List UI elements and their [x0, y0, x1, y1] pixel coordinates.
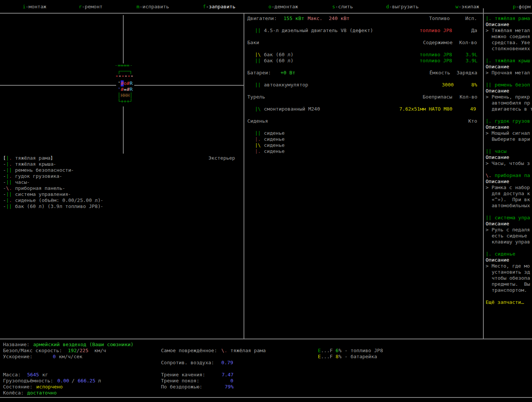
- vehicle-row-windshield: ": [130, 74, 133, 80]
- desc-title-controls: ||: [486, 215, 492, 221]
- menu-item-install[interactable]: -монтаж: [26, 4, 46, 10]
- part-row-seat-1[interactable]: ||: [255, 130, 261, 136]
- cursor-part-seat: .: [9, 197, 12, 203]
- part-row-battery[interactable]: ||: [255, 82, 261, 88]
- fuel-gauge-battery: 8: [336, 354, 339, 360]
- menu-item-shape[interactable]: -форм: [516, 4, 530, 10]
- menu-item-mend[interactable]: -исправить: [140, 4, 169, 10]
- menu-item-install[interactable]: i: [23, 4, 26, 10]
- air-drag-stat: Сопротив. воздуха:: [161, 360, 214, 366]
- part-row-battery[interactable]: автоаккумулятор: [264, 82, 308, 88]
- part-row-seat-4[interactable]: сиденье: [264, 148, 285, 154]
- fuel-gauge-battery: E: [318, 354, 321, 360]
- part-row-turret[interactable]: 7.62x51мм НАТО M80: [399, 106, 452, 112]
- cursor-part-heavy-roof: -: [3, 161, 6, 167]
- cursor-part-dashboard: -: [3, 185, 6, 191]
- desc-label: Описание: [486, 88, 509, 94]
- part-row-tank-2[interactable]: бак (60 л): [264, 58, 293, 64]
- desc-label: Описание: [486, 124, 509, 130]
- desc-title-seatbelt: ||: [486, 82, 492, 88]
- menu-item-crew[interactable]: -экипаж: [458, 4, 479, 10]
- cursor-part-seatbelt: ||: [6, 167, 12, 173]
- part-row-battery[interactable]: 3000: [442, 82, 454, 88]
- menu-item-unload[interactable]: d: [386, 4, 389, 10]
- part-row-engine[interactable]: ||: [255, 28, 261, 34]
- menu-item-repair[interactable]: r: [79, 4, 82, 10]
- part-row-battery[interactable]: 8%: [471, 82, 477, 88]
- rolling-friction-stat: Трение качения:: [161, 372, 205, 378]
- vehicle-row-windshield: ": [124, 74, 127, 80]
- part-row-tank-1[interactable]: бак (60 л): [264, 52, 293, 58]
- condition-stat: испорчено: [36, 384, 63, 390]
- offroad-stat: По бездорожью:: [161, 384, 202, 390]
- desc-text: столкновениях: [492, 46, 530, 52]
- cargo-volume-stat: 0.00: [57, 378, 69, 384]
- menu-underline: [0, 13, 532, 14]
- part-row-turret[interactable]: |\: [255, 106, 261, 112]
- speed-stat: /: [77, 348, 80, 354]
- fuel-gauge-jp8: %: [339, 348, 342, 354]
- part-row-tank-1[interactable]: 3.9L: [466, 52, 477, 58]
- menu-item-mend[interactable]: m: [136, 4, 140, 10]
- part-row-tank-2[interactable]: ||: [255, 58, 261, 64]
- part-row-tank-1[interactable]: топливо JP8: [420, 52, 452, 58]
- speed-stat: Безоп/Макс скорость:: [3, 348, 62, 354]
- cursor-part-controls: ||: [6, 191, 12, 197]
- part-row-turret[interactable]: 49: [470, 106, 476, 112]
- acceleration-stat: 0: [53, 354, 56, 360]
- menu-item-siphon[interactable]: -слить: [335, 4, 353, 10]
- part-row-seat-3[interactable]: сиденье: [264, 142, 285, 148]
- part-row-seat-4[interactable]: |.: [255, 148, 261, 154]
- part-row-engine[interactable]: 4.5-л дизельный двигатель V8 (дефект): [264, 28, 373, 34]
- part-row-engine[interactable]: топливо JP8: [420, 28, 452, 34]
- vehicle-row-frame-bottom: └: [118, 99, 121, 105]
- vehicle-row-mid: #: [121, 86, 124, 92]
- menu-item-crew[interactable]: w: [455, 4, 458, 10]
- desc-label: Описание: [486, 257, 509, 263]
- part-row-engine[interactable]: Да: [471, 28, 477, 34]
- acceleration-stat: км/ч/сек: [59, 354, 83, 360]
- cargo-volume-stat: л: [98, 378, 101, 384]
- wheels-stat: достаточно: [27, 390, 57, 396]
- menu-item-remove[interactable]: o: [268, 4, 271, 10]
- menu-item-siphon[interactable]: s: [332, 4, 335, 10]
- crosshair-vertical-bottom: [123, 106, 124, 154]
- part-row-tank-2[interactable]: 3.9L: [466, 58, 477, 64]
- more-parts-link[interactable]: Ещё запчасти…: [486, 299, 524, 305]
- part-row-turret[interactable]: смонтированный M240: [264, 106, 320, 112]
- cursor-part-horn: |: [6, 173, 9, 179]
- turret-header: Боеприпасы: [423, 94, 452, 100]
- part-row-tank-1[interactable]: |\: [255, 52, 261, 58]
- menu-item-repair[interactable]: -ремонт: [82, 4, 103, 10]
- menu-item-remove[interactable]: -демонтаж: [271, 4, 298, 10]
- desc-text: двигаетесь в т: [492, 106, 532, 112]
- desc-text: «^»). При вк: [492, 197, 530, 203]
- desc-text: > Тяжёлая метал: [486, 28, 530, 34]
- cursor-part-dashboard: .: [9, 185, 12, 191]
- cursor-part-clock: ||: [6, 179, 12, 185]
- cursor-part-heavy-roof: тяжёлая крыша: [15, 161, 54, 167]
- vehicle-row-frame-bottom: +++: [121, 99, 129, 105]
- desc-title-dashboard: \.: [486, 173, 492, 179]
- fuel-gauge-jp8: E: [318, 348, 321, 354]
- vehicle-row-mid: =: [124, 86, 127, 92]
- menu-item-refill[interactable]: -заправить: [206, 4, 235, 10]
- menu-item-shape[interactable]: p: [513, 4, 516, 10]
- cargo-volume-stat: /: [72, 378, 75, 384]
- cursor-part-tank: -: [100, 203, 103, 209]
- part-row-seat-2[interactable]: сиденье: [264, 136, 285, 142]
- part-row-seat-3[interactable]: |\: [255, 142, 261, 148]
- part-row-seat-1[interactable]: сиденье: [264, 130, 285, 136]
- vehicle-row-cursor: ': [118, 80, 121, 86]
- menu-item-unload[interactable]: -выгрузить: [389, 4, 419, 10]
- mass-stat: кг: [42, 372, 48, 378]
- engines-header: 240 кВт: [329, 15, 350, 22]
- part-row-seat-2[interactable]: |.: [255, 136, 261, 142]
- desc-text: > Мощный сигнал: [486, 130, 530, 136]
- part-row-tank-2[interactable]: топливо JP8: [420, 58, 452, 64]
- desc-text: для доступа к: [492, 191, 530, 197]
- desc-text: автомобиля пр: [492, 100, 530, 106]
- menu-item-refill[interactable]: f: [203, 4, 206, 10]
- desc-text: клавишу управ: [492, 239, 530, 245]
- cursor-part-heavy-roof: .: [9, 161, 12, 167]
